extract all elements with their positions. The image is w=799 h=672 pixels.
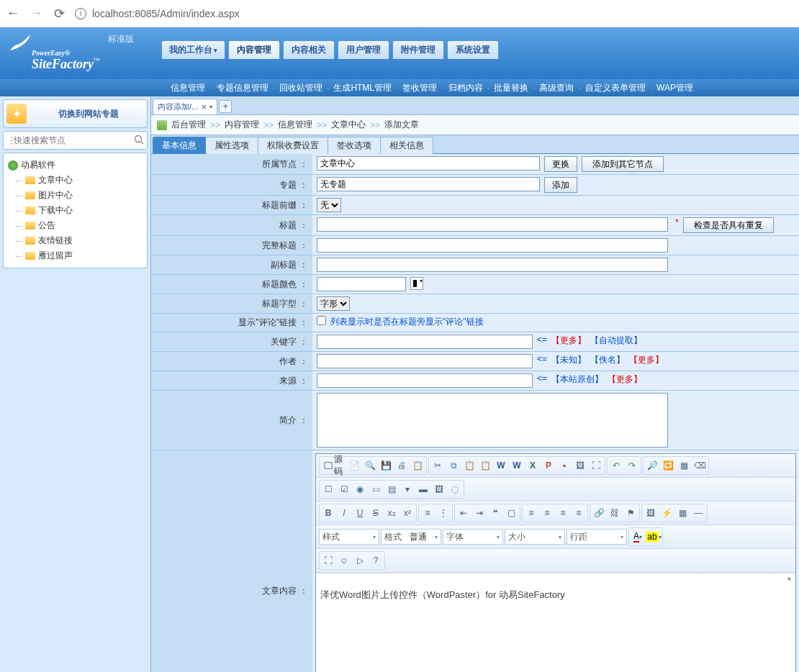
show-comment-checkbox[interactable]	[317, 316, 326, 325]
editor-paste-word-icon[interactable]: W	[493, 458, 509, 473]
tree-root[interactable]: 动易软件	[8, 158, 143, 173]
keyword-auto-link[interactable]: 【自动提取】	[590, 335, 642, 347]
editor-subscript-icon[interactable]: x₂	[384, 505, 400, 521]
editor-excel-icon[interactable]: X	[525, 458, 541, 473]
editor-pdf-icon[interactable]: ▪	[556, 458, 572, 473]
keyword-input[interactable]	[317, 335, 533, 349]
editor-form-icon[interactable]: ☐	[320, 481, 336, 497]
change-node-button[interactable]: 更换	[544, 156, 577, 172]
forward-button[interactable]: →	[29, 6, 43, 21]
editor-link-icon[interactable]: 🔗	[591, 505, 607, 521]
switch-link[interactable]: 切换到网站专题	[32, 108, 144, 120]
editor-strike-icon[interactable]: S	[368, 505, 384, 521]
editor-imagebtn-icon[interactable]: 🖼	[431, 481, 447, 497]
tree-item-links[interactable]: 友情链接	[14, 233, 143, 248]
editor-textarea-icon[interactable]: ▤	[384, 481, 400, 497]
editor-bg-color-icon[interactable]: ab▾	[646, 529, 662, 545]
tab-user-manage[interactable]: 用户管理	[338, 40, 389, 59]
editor-template-icon[interactable]: 📋	[410, 458, 425, 473]
editor-about-icon[interactable]: ?	[368, 553, 384, 568]
editor-expand-handle[interactable]: ▾	[316, 573, 795, 584]
close-tab-icon[interactable]: ✕	[201, 103, 207, 111]
tab-system-settings[interactable]: 系统设置	[447, 40, 499, 59]
subnav-html-gen[interactable]: 生成HTML管理	[333, 82, 392, 94]
tab-content-related[interactable]: 内容相关	[283, 40, 335, 59]
tree-item-notice[interactable]: 公告	[14, 218, 143, 233]
editor-find-icon[interactable]: 🔎	[644, 458, 660, 473]
tree-item-image[interactable]: 图片中心	[14, 188, 143, 203]
editor-preview-icon[interactable]: 🔍	[362, 458, 378, 473]
editor-hr-icon[interactable]: ―	[690, 505, 706, 521]
editor-bold-icon[interactable]: B	[320, 505, 336, 521]
sub-title-input[interactable]	[317, 258, 668, 272]
editor-outdent-icon[interactable]: ⇤	[456, 505, 471, 521]
source-local-link[interactable]: 【本站原创】	[551, 373, 603, 386]
subnav-special-manage[interactable]: 专题信息管理	[217, 82, 268, 94]
subnav-wap[interactable]: WAP管理	[656, 82, 693, 94]
editor-lineheight-select[interactable]: 行距▾	[566, 529, 627, 545]
title-prefix-select[interactable]: 无	[317, 198, 341, 212]
editor-replace-icon[interactable]: 🔁	[660, 458, 676, 473]
title-color-input[interactable]	[317, 277, 406, 291]
editor-newpage-icon[interactable]: 📄	[346, 458, 362, 473]
editor-div-icon[interactable]: ▢	[503, 505, 519, 521]
bc-item[interactable]: 后台管理	[171, 119, 206, 131]
editor-source-button[interactable]: 源码	[320, 458, 346, 473]
editor-align-center-icon[interactable]: ≡	[539, 505, 555, 521]
editor-table-icon[interactable]: ▦	[674, 505, 690, 521]
form-tab-perm[interactable]: 权限收费设置	[258, 137, 328, 154]
editor-clear-icon[interactable]: ⌫	[692, 458, 708, 473]
editor-unlink-icon[interactable]: ⛓	[607, 505, 623, 521]
tab-workspace[interactable]: 我的工作台▾	[161, 40, 225, 59]
search-input[interactable]	[14, 135, 134, 145]
editor-screenshot-icon[interactable]: ⛶	[588, 458, 604, 473]
intro-textarea[interactable]	[317, 393, 668, 448]
editor-cut-icon[interactable]: ✂	[430, 458, 446, 473]
node-input[interactable]	[317, 156, 540, 171]
tab-content-manage[interactable]: 内容管理	[228, 40, 280, 59]
editor-textfield-icon[interactable]: ▭	[368, 481, 384, 497]
full-title-input[interactable]	[317, 238, 668, 253]
editor-format-select[interactable]: 格式普通▾	[381, 529, 441, 545]
editor-flash-icon[interactable]: ⚡	[659, 505, 674, 521]
editor-copy-icon[interactable]: ⧉	[446, 458, 461, 473]
editor-maximize-icon[interactable]: ⛶	[320, 553, 336, 568]
editor-blockquote-icon[interactable]: ❝	[487, 505, 503, 521]
back-button[interactable]: ←	[6, 6, 20, 21]
site-info-icon[interactable]: i	[75, 8, 86, 19]
editor-ol-icon[interactable]: ≡	[420, 505, 435, 521]
editor-ppt-icon[interactable]: P	[541, 458, 556, 473]
author-more-link[interactable]: 【更多】	[629, 354, 664, 366]
subnav-info-manage[interactable]: 信息管理	[171, 82, 205, 94]
add-to-other-node-button[interactable]: 添加到其它节点	[582, 156, 664, 172]
form-tab-basic[interactable]: 基本信息	[153, 137, 206, 154]
editor-paste-icon[interactable]: 📋	[461, 458, 477, 473]
editor-checkbox-icon[interactable]: ☑	[336, 481, 352, 497]
editor-word-icon[interactable]: W	[509, 458, 525, 473]
tab-dropdown-icon[interactable]: ▾	[209, 104, 212, 110]
check-duplicate-button[interactable]: 检查是否具有重复	[683, 217, 774, 233]
editor-button-icon[interactable]: ▬	[415, 481, 431, 497]
form-tab-attr[interactable]: 属性选项	[206, 137, 258, 154]
author-anon-link[interactable]: 【佚名】	[590, 354, 625, 366]
editor-superscript-icon[interactable]: x²	[400, 505, 415, 521]
editor-selectall-icon[interactable]: ▦	[676, 458, 692, 473]
editor-select-icon[interactable]: ▾	[400, 481, 415, 497]
editor-align-justify-icon[interactable]: ≡	[571, 505, 587, 521]
editor-smiley-icon[interactable]: ☺	[336, 553, 352, 568]
bc-item[interactable]: 文章中心	[331, 119, 366, 131]
subnav-archive[interactable]: 归档内容	[448, 82, 483, 94]
editor-print-icon[interactable]: 🖨	[394, 458, 410, 473]
editor-net-image-icon[interactable]: 🖼	[572, 458, 588, 473]
tree-item-download[interactable]: 下载中心	[14, 203, 143, 218]
bc-item[interactable]: 信息管理	[278, 119, 312, 131]
tree-item-guestbook[interactable]: 雁过留声	[14, 248, 143, 263]
subnav-advanced-query[interactable]: 高级查询	[539, 82, 574, 94]
editor-style-select[interactable]: 样式▾	[319, 529, 379, 545]
editor-paste-text-icon[interactable]: 📋	[477, 458, 493, 473]
subnav-batch-replace[interactable]: 批量替换	[494, 82, 528, 94]
author-input[interactable]	[317, 354, 533, 368]
editor-ul-icon[interactable]: ⋮	[435, 505, 451, 521]
add-special-button[interactable]: 添加	[544, 177, 577, 193]
editor-image-icon[interactable]: 🖼	[643, 505, 659, 521]
